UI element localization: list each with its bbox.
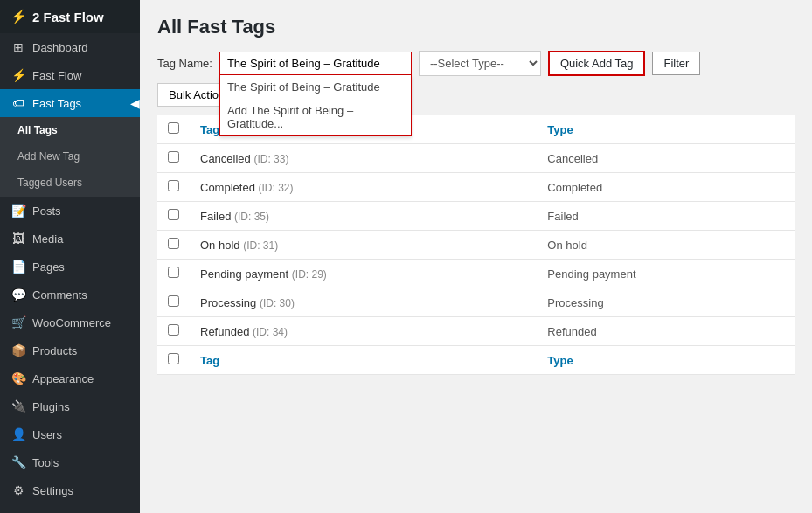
sidebar-item-woocommerce[interactable]: 🛒 WooCommerce <box>0 308 140 336</box>
submenu-item-add-new-tag[interactable]: Add New Tag <box>0 143 140 170</box>
table-row: Processing (ID: 30) Processing <box>157 288 795 317</box>
nav-label: Plugins <box>32 400 70 413</box>
row-checkbox-cell <box>157 173 190 202</box>
row-tag: Refunded (ID: 34) <box>190 317 537 346</box>
sidebar-item-dashboard[interactable]: ⊞ Dashboard <box>0 33 140 61</box>
tag-id: (ID: 30) <box>260 297 295 309</box>
footer-checkbox-col <box>157 346 190 375</box>
tag-id: (ID: 34) <box>253 326 288 338</box>
row-tag: Processing (ID: 30) <box>190 288 537 317</box>
dashboard-icon: ⊞ <box>10 40 26 54</box>
nav-label: Users <box>32 428 62 441</box>
sidebar-item-posts[interactable]: 📝 Posts <box>0 197 140 225</box>
fast-tags-submenu: All Tags Add New Tag Tagged Users <box>0 117 140 196</box>
row-checkbox[interactable] <box>168 209 179 220</box>
collapse-menu[interactable]: ◀ Collapse menu <box>0 504 140 513</box>
row-checkbox[interactable] <box>168 267 179 278</box>
fast-tags-icon: 🏷 <box>10 96 26 110</box>
row-checkbox[interactable] <box>168 180 179 191</box>
nav-label: Posts <box>32 205 61 218</box>
users-icon: 👤 <box>10 427 26 441</box>
nav-label: Tools <box>32 456 59 469</box>
sidebar-item-tools[interactable]: 🔧 Tools <box>0 448 140 476</box>
row-checkbox-cell <box>157 317 190 346</box>
row-type: Cancelled <box>537 144 795 173</box>
footer-type: Type <box>537 346 795 375</box>
filter-button[interactable]: Filter <box>652 52 700 75</box>
main-content: All Fast Tags Tag Name: The Spirit of Be… <box>140 0 812 513</box>
row-checkbox[interactable] <box>168 295 179 307</box>
nav-label: Pages <box>32 260 65 274</box>
sidebar-item-products[interactable]: 📦 Products <box>0 336 140 364</box>
sidebar-item-media[interactable]: 🖼 Media <box>0 225 140 253</box>
row-checkbox-cell <box>157 202 190 231</box>
row-checkbox-cell <box>157 231 190 260</box>
table-row: On hold (ID: 31) On hold <box>157 231 795 260</box>
sidebar-item-plugins[interactable]: 🔌 Plugins <box>0 392 140 420</box>
sidebar-item-comments[interactable]: 💬 Comments <box>0 281 140 308</box>
autocomplete-dropdown: The Spirit of Being – Gratitude Add The … <box>219 75 412 136</box>
autocomplete-add-new[interactable]: Add The Spirit of Being – Gratitude... <box>220 99 411 135</box>
sidebar-item-fast-flow[interactable]: ⚡ Fast Flow <box>0 61 140 89</box>
nav-label: Settings <box>32 484 73 497</box>
submenu-item-all-tags[interactable]: All Tags <box>0 117 140 143</box>
app-logo[interactable]: ⚡ 2 Fast Flow <box>0 0 140 33</box>
sidebar-item-label: Fast Tags <box>32 97 81 110</box>
row-checkbox-cell <box>157 144 190 173</box>
table-row: Refunded (ID: 34) Refunded <box>157 317 795 346</box>
plugins-icon: 🔌 <box>10 399 26 413</box>
tag-name-label: Tag Name: <box>157 57 212 70</box>
select-all-footer-checkbox[interactable] <box>168 353 179 364</box>
page-title: All Fast Tags <box>157 16 795 38</box>
quick-add-tag-button[interactable]: Quick Add Tag <box>548 51 646 76</box>
arrow-icon: ◀ <box>130 96 140 110</box>
products-icon: 📦 <box>10 343 26 357</box>
sidebar-item-users[interactable]: 👤 Users <box>0 420 140 448</box>
table-row: Pending payment (ID: 29) Pending payment <box>157 260 795 288</box>
tag-name-input-wrapper: The Spirit of Being – Gratitude Add The … <box>219 52 412 75</box>
nav-label: Appearance <box>32 372 94 385</box>
autocomplete-suggestion[interactable]: The Spirit of Being – Gratitude <box>220 75 411 99</box>
tag-id: (ID: 31) <box>243 239 278 252</box>
submenu-item-tagged-users[interactable]: Tagged Users <box>0 170 140 196</box>
logo-icon: ⚡ <box>10 9 27 24</box>
submenu-label: Add New Tag <box>17 150 80 163</box>
sidebar-item-appearance[interactable]: 🎨 Appearance <box>0 364 140 392</box>
submenu-label: Tagged Users <box>17 177 82 189</box>
row-checkbox-cell <box>157 260 190 288</box>
tag-id: (ID: 33) <box>253 153 288 165</box>
row-tag: On hold (ID: 31) <box>190 231 537 260</box>
tags-table: Tag Type Cancelled (ID: 33) Cancelled Co… <box>157 115 795 375</box>
row-type: Refunded <box>537 317 795 346</box>
tag-name-input[interactable] <box>219 52 412 75</box>
settings-icon: ⚙ <box>10 483 26 497</box>
header-checkbox-col <box>157 115 190 144</box>
sidebar-item-settings[interactable]: ⚙ Settings <box>0 476 140 504</box>
sidebar: ⚡ 2 Fast Flow ⊞ Dashboard ⚡ Fast Flow 🏷 … <box>0 0 140 513</box>
posts-icon: 📝 <box>10 204 26 218</box>
table-body: Cancelled (ID: 33) Cancelled Completed (… <box>157 144 795 346</box>
select-all-checkbox[interactable] <box>168 122 179 134</box>
sidebar-item-pages[interactable]: 📄 Pages <box>0 253 140 281</box>
row-tag: Cancelled (ID: 33) <box>190 144 537 173</box>
sidebar-item-label: Fast Flow <box>32 69 81 82</box>
fast-flow-icon: ⚡ <box>10 68 26 82</box>
nav-label: Products <box>32 344 77 357</box>
tag-id: (ID: 29) <box>292 268 327 281</box>
type-select[interactable]: --Select Type-- <box>419 51 541 76</box>
row-checkbox[interactable] <box>168 324 179 336</box>
row-type: Failed <box>537 202 795 231</box>
row-checkbox[interactable] <box>168 151 179 163</box>
table-footer-row: Tag Type <box>157 346 795 375</box>
nav-label: Media <box>32 232 63 246</box>
media-icon: 🖼 <box>10 232 26 246</box>
row-checkbox[interactable] <box>168 238 179 249</box>
tag-id: (ID: 35) <box>234 211 269 223</box>
row-type: Pending payment <box>537 260 795 288</box>
header-type: Type <box>537 115 795 144</box>
sidebar-item-fast-tags[interactable]: 🏷 Fast Tags ◀ <box>0 89 140 117</box>
nav-label: Comments <box>32 288 87 302</box>
submenu-label: All Tags <box>17 124 58 136</box>
pages-icon: 📄 <box>10 260 26 274</box>
row-type: Completed <box>537 173 795 202</box>
